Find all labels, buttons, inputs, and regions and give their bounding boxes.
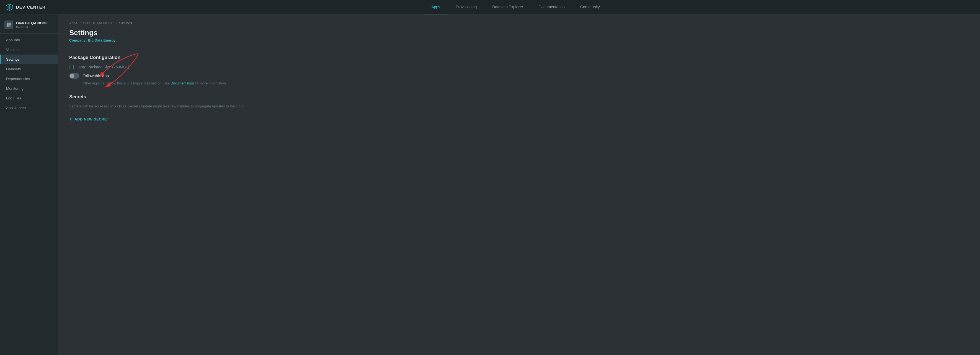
- toggle-knob: [70, 74, 74, 78]
- plus-icon: +: [69, 116, 72, 121]
- logo-area: DEV CENTER: [6, 3, 46, 11]
- sidebar-app-name: Oleh BE QA NODE: [16, 21, 48, 26]
- toggle-hint-suffix: for more information.: [195, 81, 227, 85]
- secrets-section: Secrets Secrets can be accessed in a clo…: [69, 94, 969, 124]
- breadcrumb-apps[interactable]: Apps: [69, 21, 78, 25]
- add-new-secret-button[interactable]: + ADD NEW SECRET: [69, 115, 109, 124]
- company-label: Company:: [69, 38, 87, 42]
- page-title: Settings: [69, 29, 969, 37]
- breadcrumb-sep-2: /: [116, 21, 117, 25]
- layout: Oleh BE QA NODE Backend App Info Version…: [0, 14, 980, 355]
- breadcrumb-current: Settings: [119, 21, 132, 25]
- large-package-label: Large Package Size (250MB+): [76, 65, 129, 69]
- sidebar: Oleh BE QA NODE Backend App Info Version…: [0, 14, 58, 355]
- logo-text: DEV CENTER: [16, 5, 46, 10]
- svg-rect-3: [7, 23, 9, 25]
- add-secret-label: ADD NEW SECRET: [75, 117, 109, 121]
- sidebar-app-header: Oleh BE QA NODE Backend: [0, 17, 58, 33]
- section-divider: [69, 48, 969, 48]
- breadcrumb-sep-1: /: [80, 21, 81, 25]
- followable-app-row: Followable App: [69, 73, 969, 79]
- sidebar-item-versions[interactable]: Versions: [0, 45, 58, 54]
- sidebar-item-app-info[interactable]: App Info: [0, 35, 58, 45]
- top-nav: DEV CENTER Apps Provisioning Datasets Ex…: [0, 0, 980, 14]
- secrets-title: Secrets: [69, 94, 969, 100]
- sidebar-item-log-files[interactable]: Log Files: [0, 93, 58, 103]
- sidebar-app-info: Oleh BE QA NODE Backend: [16, 21, 48, 29]
- sidebar-item-app-runner[interactable]: App Runner: [0, 103, 58, 113]
- sidebar-item-dependencies[interactable]: Dependencies: [0, 74, 58, 84]
- toggle-hint-text: Other Apps can follow this App if toggle…: [83, 81, 170, 85]
- breadcrumb-app-name[interactable]: Oleh BE QA NODE: [83, 21, 113, 25]
- nav-links: Apps Provisioning Datasets Explorer Docu…: [57, 0, 974, 14]
- sidebar-item-datasets[interactable]: Datasets: [0, 64, 58, 74]
- svg-rect-6: [9, 25, 11, 27]
- large-package-row: Large Package Size (250MB+): [69, 65, 969, 69]
- nav-link-provisioning[interactable]: Provisioning: [448, 0, 484, 14]
- page-company: Company: Big Data Energy: [69, 38, 969, 42]
- svg-rect-4: [9, 23, 11, 25]
- nav-link-documentation[interactable]: Documentation: [531, 0, 573, 14]
- package-config-title: Package Configuration: [69, 55, 969, 60]
- svg-rect-5: [7, 25, 9, 27]
- large-package-checkbox[interactable]: [69, 65, 74, 69]
- followable-app-label: Followable App: [83, 74, 109, 78]
- app-icon: [5, 21, 13, 29]
- followable-app-toggle[interactable]: [69, 73, 79, 79]
- toggle-hint-doc-link[interactable]: Documentation: [170, 81, 195, 85]
- package-config-section: Package Configuration Large Package Size…: [69, 55, 969, 85]
- sidebar-app-type: Backend: [16, 25, 48, 29]
- main-content: Apps / Oleh BE QA NODE / Settings Settin…: [58, 14, 980, 355]
- company-name: Big Data Energy: [88, 38, 115, 42]
- sidebar-item-monitoring[interactable]: Monitoring: [0, 84, 58, 93]
- secrets-description: Secrets can be accessed in a cloud. Secr…: [69, 104, 969, 108]
- breadcrumb: Apps / Oleh BE QA NODE / Settings: [69, 21, 969, 25]
- logo-icon: [6, 3, 13, 11]
- nav-link-datasets-explorer[interactable]: Datasets Explorer: [484, 0, 531, 14]
- nav-link-apps[interactable]: Apps: [423, 0, 448, 14]
- sidebar-item-settings[interactable]: Settings: [0, 54, 58, 64]
- toggle-hint: Other Apps can follow this App if toggle…: [83, 81, 969, 85]
- nav-link-community[interactable]: Community: [573, 0, 608, 14]
